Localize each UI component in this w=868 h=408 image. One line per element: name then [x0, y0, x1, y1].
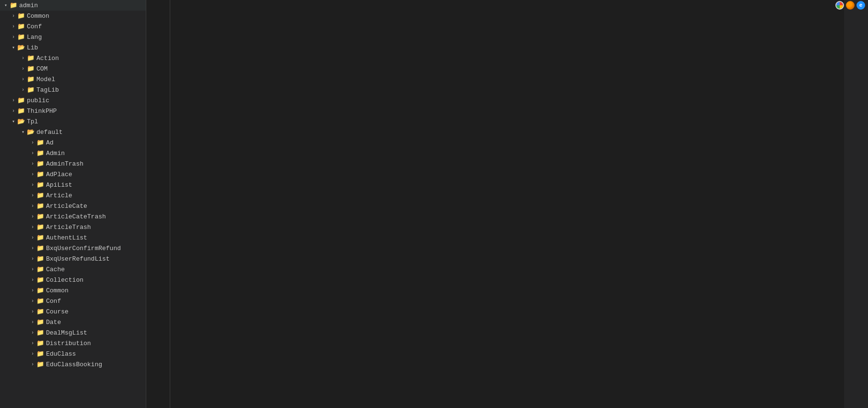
conf-tpl-arrow — [29, 299, 36, 304]
sidebar-item-ad[interactable]: 📁 Ad — [0, 137, 146, 148]
thinkphp-folder: 📁 — [17, 107, 25, 115]
sidebar-item-authentlist[interactable]: 📁 AuthentList — [0, 232, 146, 243]
tpl-arrow — [10, 119, 17, 124]
ie-icon: e — [856, 1, 865, 10]
article-folder: 📁 — [36, 192, 44, 199]
admintrash-arrow — [29, 161, 36, 167]
date-label: Date — [46, 319, 61, 326]
sidebar-item-lib[interactable]: 📂 Lib — [0, 42, 146, 53]
sidebar-item-lang[interactable]: 📁 Lang — [0, 32, 146, 42]
date-folder: 📁 — [36, 318, 44, 326]
distribution-label: Distribution — [46, 340, 91, 347]
conf-tpl-folder: 📁 — [36, 297, 44, 305]
line-number-gutter — [146, 0, 170, 408]
code-content[interactable] — [170, 0, 844, 408]
articlecate-label: ArticleCate — [46, 203, 87, 210]
ad-folder: 📁 — [36, 139, 44, 146]
sidebar-item-articletrash[interactable]: 📁 ArticleTrash — [0, 222, 146, 232]
common-top-folder: 📁 — [17, 12, 25, 20]
file-tree[interactable]: 📁 admin 📁 Common 📁 Conf 📁 Lang 📂 Lib 📁 A… — [0, 0, 146, 408]
articletrash-arrow — [29, 225, 36, 230]
browser-icons-bar: e — [830, 0, 868, 11]
apilist-arrow — [29, 182, 36, 188]
bxquserconfirmrefund-arrow — [29, 246, 36, 251]
cache-label: Cache — [46, 266, 65, 273]
educlass-arrow — [29, 351, 36, 357]
com-arrow — [19, 66, 27, 72]
sidebar-item-model[interactable]: 📁 Model — [0, 74, 146, 84]
taglib-folder: 📁 — [27, 86, 35, 94]
sidebar-item-tpl[interactable]: 📂 Tpl — [0, 116, 146, 127]
thinkphp-arrow — [10, 108, 17, 114]
sidebar-item-default[interactable]: 📂 default — [0, 127, 146, 137]
bxquserrefundlist-label: BxqUserRefundList — [46, 255, 110, 263]
sidebar-item-taglib[interactable]: 📁 TagLib — [0, 84, 146, 95]
course-arrow — [29, 309, 36, 314]
sidebar-item-action[interactable]: 📁 Action — [0, 53, 146, 63]
sidebar-item-dealmsglist[interactable]: 📁 DealMsgList — [0, 327, 146, 338]
course-folder: 📁 — [36, 308, 44, 315]
sidebar-item-educlass[interactable]: 📁 EduClass — [0, 348, 146, 359]
adplace-folder: 📁 — [36, 170, 44, 178]
action-arrow — [19, 56, 27, 61]
sidebar-item-apilist[interactable]: 📁 ApiList — [0, 180, 146, 190]
cache-arrow — [29, 267, 36, 272]
sidebar-item-articlecatetrash[interactable]: 📁 ArticleCateTrash — [0, 211, 146, 222]
sidebar-item-admin-tpl[interactable]: 📁 Admin — [0, 148, 146, 158]
model-arrow — [19, 77, 27, 82]
sidebar-item-common-top[interactable]: 📁 Common — [0, 11, 146, 21]
sidebar-item-conf-tpl[interactable]: 📁 Conf — [0, 296, 146, 306]
bxquserconfirmrefund-label: BxqUserConfirmRefund — [46, 245, 121, 252]
dealmsglist-arrow — [29, 330, 36, 336]
common-tpl-label: Common — [46, 287, 69, 294]
code-editor — [146, 0, 868, 408]
sidebar-item-collection[interactable]: 📁 Collection — [0, 275, 146, 285]
sidebar-item-com[interactable]: 📁 COM — [0, 63, 146, 74]
conf-top-folder: 📁 — [17, 23, 25, 30]
sidebar-item-article[interactable]: 📁 Article — [0, 190, 146, 201]
root-folder-icon: 📁 — [10, 1, 17, 9]
default-arrow — [19, 129, 27, 135]
sidebar-item-thinkphp[interactable]: 📁 ThinkPHP — [0, 106, 146, 116]
sidebar-item-conf-top[interactable]: 📁 Conf — [0, 21, 146, 32]
tree-root[interactable]: 📁 admin — [0, 0, 146, 11]
sidebar-item-educlassbooking[interactable]: 📁 EduClassBooking — [0, 359, 146, 370]
articlecate-arrow — [29, 204, 36, 209]
lib-folder: 📂 — [17, 44, 25, 51]
dealmsglist-label: DealMsgList — [46, 329, 87, 336]
sidebar-item-bxquserrefundlist[interactable]: 📁 BxqUserRefundList — [0, 253, 146, 264]
default-folder: 📂 — [27, 128, 35, 136]
sidebar-item-public[interactable]: 📁 public — [0, 95, 146, 106]
firefox-icon — [846, 1, 855, 10]
admin-tpl-arrow — [29, 151, 36, 156]
sidebar-item-distribution[interactable]: 📁 Distribution — [0, 338, 146, 348]
authentlist-arrow — [29, 235, 36, 240]
conf-top-arrow — [10, 24, 17, 29]
sidebar-item-adplace[interactable]: 📁 AdPlace — [0, 169, 146, 180]
educlassbooking-label: EduClassBooking — [46, 361, 102, 368]
article-arrow — [29, 193, 36, 198]
adplace-label: AdPlace — [46, 171, 72, 178]
default-label: default — [36, 129, 63, 136]
common-tpl-folder: 📁 — [36, 287, 44, 294]
admintrash-folder: 📁 — [36, 160, 44, 168]
sidebar-item-cache[interactable]: 📁 Cache — [0, 264, 146, 275]
articletrash-folder: 📁 — [36, 223, 44, 231]
sidebar-item-articlecate[interactable]: 📁 ArticleCate — [0, 201, 146, 211]
sidebar-item-date[interactable]: 📁 Date — [0, 317, 146, 327]
bxquserconfirmrefund-folder: 📁 — [36, 244, 44, 252]
bxquserrefundlist-folder: 📁 — [36, 255, 44, 263]
ad-label: Ad — [46, 139, 54, 146]
sidebar-item-common-tpl[interactable]: 📁 Common — [0, 285, 146, 296]
authentlist-label: AuthentList — [46, 234, 87, 241]
apilist-label: ApiList — [46, 181, 72, 189]
sidebar-item-admintrash[interactable]: 📁 AdminTrash — [0, 158, 146, 169]
sidebar-item-bxquserconfirmrefund[interactable]: 📁 BxqUserConfirmRefund — [0, 243, 146, 253]
public-label: public — [27, 97, 49, 104]
common-tpl-arrow — [29, 288, 36, 293]
articlecate-folder: 📁 — [36, 202, 44, 210]
educlass-label: EduClass — [46, 350, 76, 358]
admintrash-label: AdminTrash — [46, 160, 83, 168]
taglib-arrow — [19, 87, 27, 93]
sidebar-item-course[interactable]: 📁 Course — [0, 306, 146, 317]
